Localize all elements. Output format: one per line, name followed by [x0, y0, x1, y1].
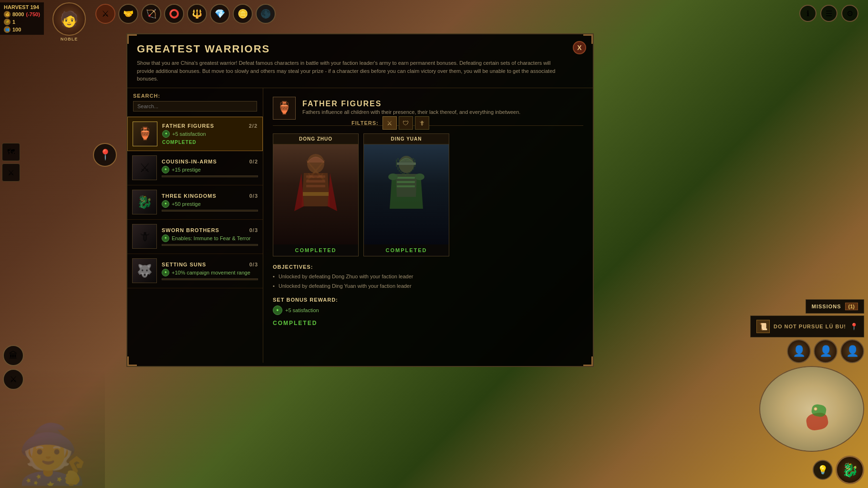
main-menu-button[interactable]: 🐉	[836, 456, 864, 484]
food-icon: 🌾	[4, 19, 10, 25]
search-input[interactable]	[133, 101, 257, 112]
top-icon-8[interactable]: 🌑	[256, 4, 276, 24]
bonus-section: SET BONUS REWARD: ✦ +5 satisfaction COMP…	[273, 297, 583, 326]
top-icon-3[interactable]: 🏹	[141, 4, 161, 24]
population-icon: 👥	[4, 26, 10, 33]
filter-btn-other[interactable]: 🗡	[415, 116, 429, 130]
missions-label: MISSIONS	[812, 304, 841, 309]
reward-icon-satisfaction: ✦	[162, 130, 170, 138]
minimap[interactable]	[759, 366, 864, 452]
menu-icon[interactable]: ☰	[820, 5, 837, 22]
top-icon-6[interactable]: 💎	[210, 4, 230, 24]
warrior-icon-sworn-brothers: 🗡	[132, 224, 157, 249]
portrait-name-ding-yuan: DING YUAN	[364, 134, 449, 144]
missions-count: (1)	[845, 303, 858, 310]
lightbulb-icon[interactable]: 💡	[813, 460, 833, 480]
warrior-icon-setting-suns: 🐺	[132, 258, 157, 283]
svg-rect-6	[397, 163, 416, 165]
top-icon-5[interactable]: 🔱	[187, 4, 207, 24]
progress-bar-sworn-brothers	[162, 244, 258, 246]
army-icon[interactable]: ⚔	[2, 163, 20, 182]
top-right-icons: ℹ ☰ ⚙	[799, 5, 858, 22]
warrior-item-sworn-brothers[interactable]: 🗡 SWORN BROTHERS 0/3 ✦ Enables: Immune t…	[127, 220, 263, 254]
detail-title: FATHER FIGURES	[302, 100, 520, 108]
objective-item-1: Unlocked by defeating Ding Yuan with you…	[273, 282, 583, 290]
objectives-label: OBJECTIVES:	[273, 264, 583, 270]
warrior-item-father-figures[interactable]: 🏺 FATHER FIGURES 2/2 ✦ +5 satisfaction C…	[127, 117, 263, 151]
diplomacy-icon[interactable]: ⚔	[3, 369, 24, 390]
warrior-list[interactable]: 🏺 FATHER FIGURES 2/2 ✦ +5 satisfaction C…	[127, 117, 263, 363]
location-marker[interactable]: 📍	[93, 143, 117, 167]
svg-point-11	[415, 173, 424, 180]
map-icon[interactable]: 🗺	[2, 143, 20, 161]
warrior-name-sworn-brothers: SWORN BROTHERS 0/3	[162, 227, 258, 233]
warrior-reward-sworn-brothers: ✦ Enables: Immune to Fear & Terror	[162, 234, 258, 242]
bonus-reward-icon: ✦	[273, 305, 282, 315]
portrait-card-dong-zhuo: DONG ZHUO	[273, 133, 359, 256]
warrior-info-three-kingdoms: THREE KINGDOMS 0/3 ✦ +50 prestige	[162, 193, 258, 212]
map-marker-area: 📍	[93, 143, 117, 167]
svg-rect-8	[397, 181, 415, 183]
build-icon[interactable]: 🏛	[3, 345, 24, 366]
warrior-info-cousins: COUSINS-IN-ARMS 0/2 ✦ +15 prestige	[162, 159, 258, 177]
portrait-figure-ding	[364, 144, 449, 244]
right-hud: MISSIONS (1) 📜 DO NOT PURSUE LÜ BU! 📍 👤 …	[750, 299, 868, 488]
portrait-figure-dong	[273, 144, 358, 244]
warrior-sidebar: SEARCH: 🏺 FATHER FIGURES 2/2	[127, 88, 263, 363]
filter-label: FILTERS:	[351, 120, 379, 126]
top-icon-2[interactable]: 🤝	[118, 4, 138, 24]
top-icon-1[interactable]: ⚔	[95, 4, 115, 24]
missions-bar: MISSIONS (1)	[806, 299, 864, 314]
objective-item-0: Unlocked by defeating Dong Zhuo with you…	[273, 273, 583, 281]
info-icon[interactable]: ℹ	[799, 5, 816, 22]
portrait-image-dong-zhuo	[273, 144, 358, 244]
close-button[interactable]: X	[573, 41, 586, 54]
portrait-image-ding-yuan	[364, 144, 449, 244]
panel-description: Show that you are China's greatest warri…	[137, 59, 566, 83]
warrior-name-three-kingdoms: THREE KINGDOMS 0/3	[162, 193, 258, 199]
panel-header: GREATEST WARRIORS Show that you are Chin…	[127, 34, 593, 88]
search-label: SEARCH:	[133, 93, 257, 99]
warrior-reward-three-kingdoms: ✦ +50 prestige	[162, 200, 258, 208]
top-icon-7[interactable]: 🪙	[233, 4, 253, 24]
portrait-name-dong-zhuo: DONG ZHUO	[273, 134, 358, 144]
warrior-info-father-figures: FATHER FIGURES 2/2 ✦ +5 satisfaction COM…	[162, 123, 258, 145]
svg-rect-2	[306, 180, 325, 183]
top-icon-4[interactable]: ⭕	[164, 4, 184, 24]
filter-btn-shield[interactable]: 🛡	[399, 116, 413, 130]
harvest-text: HARVEST 194	[4, 4, 39, 10]
warrior-item-setting-suns[interactable]: 🐺 SETTING SUNS 0/3 ✦ +10% campaign movem…	[127, 254, 263, 288]
noble-card[interactable]: 🧑 NOBLE	[52, 2, 86, 41]
warrior-reward-father-figures: ✦ +5 satisfaction	[162, 130, 258, 138]
avatar-3[interactable]: 👤	[840, 339, 864, 363]
svg-rect-9	[397, 185, 415, 187]
avatar-1[interactable]: 👤	[787, 339, 811, 363]
reward-icon-movement: ✦	[162, 269, 169, 276]
warrior-item-cousins[interactable]: ⚔ COUSINS-IN-ARMS 0/2 ✦ +15 prestige	[127, 151, 263, 185]
right-portrait-avatars: 👤 👤 👤	[787, 339, 864, 363]
harvest-label: HARVEST 194	[4, 4, 40, 10]
warrior-item-three-kingdoms[interactable]: 🐉 THREE KINGDOMS 0/3 ✦ +50 prestige	[127, 185, 263, 220]
gold-icon: 💰	[4, 11, 10, 18]
mission-text: DO NOT PURSUE LÜ BU!	[774, 324, 846, 329]
avatar-2[interactable]: 👤	[814, 339, 837, 363]
noble-label: NOBLE	[61, 37, 78, 41]
search-section: SEARCH:	[127, 88, 263, 117]
bonus-reward: ✦ +5 satisfaction	[273, 305, 583, 315]
left-bottom-icons: 🏛 ⚔	[0, 342, 27, 393]
reward-icon-prestige2: ✦	[162, 200, 169, 208]
set-bonus-label: SET BONUS REWARD:	[273, 297, 583, 303]
warrior-info-sworn-brothers: SWORN BROTHERS 0/3 ✦ Enables: Immune to …	[162, 227, 258, 246]
filter-btn-sword[interactable]: ⚔	[382, 116, 397, 130]
warrior-info-setting-suns: SETTING SUNS 0/3 ✦ +10% campaign movemen…	[162, 262, 258, 280]
food-resource: 🌾 1	[4, 19, 40, 25]
noble-portrait[interactable]: 🧑	[52, 2, 86, 36]
mission-item[interactable]: 📜 DO NOT PURSUE LÜ BU! 📍	[750, 315, 864, 337]
reward-icon-prestige1: ✦	[162, 166, 169, 173]
warrior-icon-cousins: ⚔	[132, 155, 157, 180]
portrait-card-ding-yuan: DING YUAN	[363, 133, 449, 256]
settings-icon[interactable]: ⚙	[841, 5, 858, 22]
svg-rect-7	[397, 177, 415, 179]
detail-subtitle: Fathers influence all children with thei…	[302, 108, 520, 116]
gold-resource: 💰 8000 (-750)	[4, 11, 40, 18]
